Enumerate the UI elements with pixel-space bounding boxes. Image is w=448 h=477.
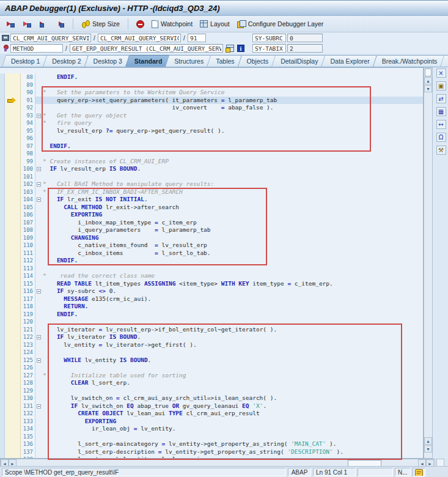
info-icon[interactable]: i: [237, 45, 244, 52]
vscroll-down-arrow-bottom[interactable]: ▼: [424, 445, 432, 453]
code-line[interactable]: 90* Set the parameters to the Workitem Q…: [0, 89, 423, 97]
selection-strip[interactable]: [0, 173, 5, 181]
tab-break-watchpoints[interactable]: Break./Watchpoints: [375, 55, 446, 67]
breakpoint-gutter[interactable]: [5, 135, 21, 142]
code-line[interactable]: 99* Create instances of CL_CRM_AUI_ERP: [0, 158, 423, 166]
headset-icon[interactable]: Ω: [436, 133, 446, 142]
selection-strip[interactable]: [0, 303, 5, 311]
selection-strip[interactable]: [0, 326, 5, 334]
new-window-icon[interactable]: ▣: [436, 81, 446, 91]
breakpoint-gutter[interactable]: [5, 303, 21, 311]
selection-strip[interactable]: [0, 219, 5, 227]
code-line[interactable]: 92 iv_convert = abap_false ).: [0, 104, 423, 112]
code-line[interactable]: 111 c_inbox_items = l_sort_lo_tab.: [0, 250, 423, 257]
selection-strip[interactable]: [0, 257, 5, 265]
selection-strip[interactable]: [0, 448, 5, 456]
selection-strip[interactable]: [0, 295, 5, 303]
selection-strip[interactable]: [0, 188, 5, 196]
table-edit-icon[interactable]: [226, 45, 234, 52]
breakpoint-gutter[interactable]: [5, 89, 21, 97]
tab-desktop-1[interactable]: Desktop 1: [4, 55, 48, 67]
collapse-icon[interactable]: [37, 114, 41, 118]
breakpoint-gutter[interactable]: [5, 188, 21, 196]
breakpoint-gutter[interactable]: [5, 112, 21, 120]
code-line[interactable]: 100 IF lv_result_erp IS BOUND.: [0, 165, 423, 173]
breakpoint-gutter[interactable]: [5, 204, 21, 212]
event-type-field[interactable]: [10, 44, 63, 53]
breakpoint-gutter[interactable]: [5, 127, 21, 135]
selection-strip[interactable]: [0, 196, 5, 204]
breakpoint-gutter[interactable]: [5, 280, 21, 288]
status-icon-cell[interactable]: [413, 468, 425, 476]
code-line[interactable]: 107 i_inbox_map_item_type = c_item_erp: [0, 219, 423, 227]
return-button[interactable]: [37, 19, 51, 29]
selection-strip[interactable]: [0, 265, 5, 273]
line-number-field[interactable]: [188, 34, 206, 42]
horizontal-resize-icon[interactable]: ↔: [436, 120, 446, 129]
selection-strip[interactable]: [0, 104, 5, 112]
collapse-icon[interactable]: [37, 198, 41, 202]
selection-strip[interactable]: [0, 204, 5, 212]
breakpoint-gutter[interactable]: [5, 250, 21, 257]
breakpoint-gutter[interactable]: [5, 234, 21, 242]
breakpoint-gutter[interactable]: [5, 150, 21, 158]
breakpoint-gutter[interactable]: [5, 326, 21, 334]
breakpoint-gutter[interactable]: [5, 272, 21, 280]
breakpoint-gutter[interactable]: [5, 165, 21, 173]
code-line[interactable]: 119 ENDIF.: [0, 311, 423, 319]
selection-strip[interactable]: [0, 142, 5, 150]
breakpoint-gutter[interactable]: [5, 104, 21, 112]
breakpoint-gutter[interactable]: [5, 97, 21, 105]
source-code-panel[interactable]: 88 ENDIF.8990* Set the parameters to the…: [0, 67, 424, 459]
close-icon[interactable]: ×: [436, 68, 446, 78]
code-line[interactable]: 116 IF sy-subrc <> 0.: [0, 287, 423, 295]
breakpoint-gutter[interactable]: [5, 287, 21, 295]
execute-button[interactable]: [20, 19, 34, 29]
code-line[interactable]: 110 c_native_items_found = lv_result_erp: [0, 242, 423, 250]
breakpoint-gutter[interactable]: [5, 448, 21, 456]
breakpoint-gutter[interactable]: [5, 410, 21, 418]
code-line[interactable]: 113: [0, 265, 423, 273]
selection-strip[interactable]: [0, 127, 5, 135]
selection-strip[interactable]: [0, 234, 5, 242]
code-line[interactable]: 131 IF lv_switch_on EQ abap_true OR gv_q…: [0, 402, 423, 410]
breakpoint-gutter[interactable]: [5, 349, 21, 357]
breakpoint-gutter[interactable]: [5, 119, 21, 127]
code-line[interactable]: 88 ENDIF.: [0, 73, 423, 81]
vscroll-up-arrow[interactable]: ▲: [424, 77, 432, 84]
tab-diff[interactable]: Diff: [442, 55, 448, 67]
breakpoint-gutter[interactable]: [5, 295, 21, 303]
selection-strip[interactable]: [0, 287, 5, 295]
selection-strip[interactable]: [0, 280, 5, 288]
collapse-icon[interactable]: [37, 404, 41, 409]
continue-button[interactable]: [53, 19, 67, 29]
code-line[interactable]: 115 READ TABLE lt_item_types ASSIGNING <…: [0, 280, 423, 288]
tab-standard[interactable]: Standard: [127, 55, 171, 67]
breakpoint-gutter[interactable]: [5, 333, 21, 341]
code-line[interactable]: 103* IF_EX_CRM_IC_INBOX_BADI~AFTER_SEARC…: [0, 188, 423, 196]
selection-strip[interactable]: [0, 272, 5, 280]
tab-data-explorer[interactable]: Data Explorer: [323, 55, 378, 67]
code-line[interactable]: 95 lv_result_erp ?= query_erp->get_query…: [0, 127, 423, 135]
code-line[interactable]: 93* Get the query object: [0, 112, 423, 120]
code-line[interactable]: 102* Call BAdI Method to manipulate quer…: [0, 180, 423, 188]
breakpoint-gutter[interactable]: [5, 318, 21, 326]
code-line[interactable]: 108 i_query_parameters = l_paramerp_tab: [0, 226, 423, 234]
code-line[interactable]: 132 CREATE OBJECT lv_lean_aui TYPE cl_cr…: [0, 410, 423, 418]
tab-structures[interactable]: Structures: [167, 55, 212, 67]
breakpoint-gutter[interactable]: [5, 357, 21, 364]
selection-strip[interactable]: [0, 349, 5, 357]
selection-strip[interactable]: [0, 333, 5, 341]
breakpoint-gutter[interactable]: [5, 311, 21, 319]
selection-strip[interactable]: [0, 158, 5, 166]
breakpoint-gutter[interactable]: [5, 219, 21, 227]
code-line[interactable]: 130 lv_switch_on = cl_crm_aui_asy_srch_u…: [0, 394, 423, 402]
code-line[interactable]: 121 lv_iterator = lv_result_erp->if_bol_…: [0, 326, 423, 334]
code-line[interactable]: 97 ENDIF.: [0, 142, 423, 150]
code-line[interactable]: 89: [0, 81, 423, 89]
code-line[interactable]: 91 query_erp->set_query_parameters( it_p…: [0, 97, 423, 105]
breakpoint-gutter[interactable]: [5, 242, 21, 250]
collapse-icon[interactable]: [37, 167, 41, 171]
tab-desktop-2[interactable]: Desktop 2: [45, 55, 89, 67]
code-line[interactable]: 106 EXPORTING: [0, 211, 423, 219]
